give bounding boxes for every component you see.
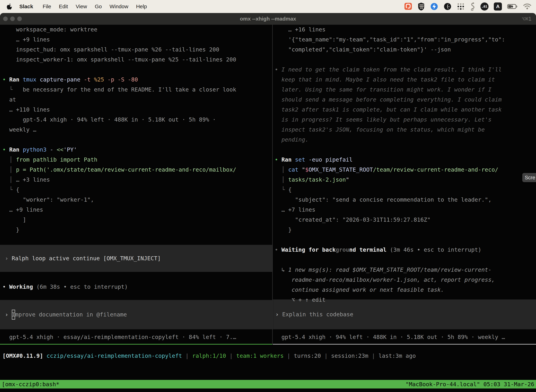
text-segment: { [16, 186, 19, 193]
text-segment: turns:20 [294, 352, 321, 359]
active-app-name[interactable]: Slack [19, 4, 33, 9]
terminal-line: • Waiting for background terminal (3m 46… [275, 245, 536, 255]
text-segment: "completed","claim_token":"claim-token"}… [275, 46, 451, 53]
terminal-line: │ from pathlib import Path [2, 155, 272, 165]
text-segment: -p [104, 76, 114, 83]
text-segment: • [2, 146, 9, 153]
terminal-line: … +9 lines [2, 205, 272, 215]
text-segment: I need to get the claim token from the c… [282, 66, 502, 73]
prompt-input-row[interactable]: › Improve documentation in @filename [0, 300, 272, 329]
text-segment: Working [9, 284, 36, 290]
terminal-line: keep that in mind. Maybe I also need the… [275, 75, 536, 85]
apple-menu-icon[interactable] [7, 3, 12, 10]
text-segment: inspect_worker-1: omx sparkshell --tmux-… [2, 56, 236, 63]
terminal-line: • Ran tmux capture-pane -t %25 -p -S -80 [2, 75, 272, 85]
text-segment: session:23m [331, 352, 368, 359]
text-segment: └ [2, 186, 16, 193]
text-segment: │ [2, 166, 16, 173]
terminal-window: omx --xhigh --madmax ⌥⌘1 workspace_mode:… [0, 13, 536, 392]
blank-line [2, 135, 272, 145]
text-segment: • [275, 246, 282, 253]
menu-window[interactable]: Window [110, 4, 128, 9]
text-segment: (3m 46s • esc to interrupt) [390, 246, 481, 253]
text-segment: -80 [124, 76, 138, 83]
blue-bolt-badge-icon[interactable] [430, 2, 438, 10]
text-segment: Ran [9, 146, 23, 153]
text-segment: -euo pipefail [305, 156, 353, 163]
text-segment: python3 [23, 146, 47, 153]
pane-divider[interactable] [272, 25, 273, 345]
text-segment: (6m 38s • esc to interrupt) [36, 284, 128, 290]
text-segment: › [5, 253, 12, 263]
terminal-line: inspect_worker-1: omx sparkshell --tmux-… [2, 55, 272, 65]
right-terminal-pane[interactable]: … +16 lines '{"team_name":"my-team","tas… [273, 25, 536, 345]
s-curve-icon[interactable] [470, 2, 475, 11]
menu-go[interactable]: Go [95, 4, 102, 9]
text-segment: mprove documentation in @filename [15, 310, 127, 320]
a-key-icon[interactable]: A [494, 2, 502, 10]
terminal-line: "worker": "worker-1", [2, 195, 272, 205]
active-pane-border [0, 344, 272, 345]
terminal-line: later. Using the same for transition mig… [275, 85, 536, 95]
terminal-line: inspect_hud: omx sparkshell --tmux-pane … [2, 45, 272, 55]
blank-line [275, 255, 536, 265]
text-segment: nd terminal [349, 246, 390, 253]
text-segment: └ [2, 86, 23, 93]
menu-file[interactable]: File [43, 4, 51, 9]
menu-edit[interactable]: Edit [59, 4, 68, 9]
text-segment: gpt-5.4 xhigh · 94% left · 488K in · 5.1… [2, 116, 216, 123]
terminal-line: workspace_mode: worktree [2, 25, 272, 35]
text-segment: tmux [23, 76, 36, 83]
terminal-line: └ be necessary for the end of the README… [2, 85, 272, 95]
terminal-line: at [2, 95, 272, 105]
blank-line [275, 235, 536, 245]
text-segment: | [321, 352, 331, 359]
text-segment: $ [305, 166, 308, 173]
wifi-icon[interactable] [523, 3, 531, 10]
text-segment: … +9 lines [2, 206, 43, 213]
left-terminal-pane[interactable]: workspace_mode: worktree … +9 lines insp… [0, 25, 272, 345]
window-title-bar[interactable]: omx --xhigh --madmax ⌥⌘1 [0, 13, 536, 25]
text-segment: … +110 lines [2, 106, 50, 113]
tmux-status-bar: [omx-cczip0:bash* "MacBook-Pro-44.local"… [0, 380, 536, 388]
text-segment: capture-pane [36, 76, 80, 83]
menu-view[interactable]: View [76, 4, 87, 9]
terminal-line: │ tasks/task-2.json" [275, 175, 536, 185]
prompt-input-row[interactable]: › Ralph loop active continue [OMX_TMUX_I… [0, 245, 272, 272]
terminal-line: "subject": "send a concise recommendatio… [275, 195, 536, 205]
terminal-line: ↳ 1 new msg(s): read $OMX_TEAM_STATE_ROO… [275, 265, 536, 275]
text-segment: cczip/essay/ai-reimplementation-copyleft [46, 352, 182, 359]
text-segment: - [46, 146, 57, 153]
text-segment: inspect task2's JSON, focusing on the st… [275, 126, 485, 133]
terminal-line: '{"team_name":"my-team","task_id":"1","f… [275, 35, 536, 45]
text-segment: ] [2, 216, 26, 223]
terminal-line: … +16 lines [275, 25, 536, 35]
menu-bar: Slack FileEditViewGoWindowHelp ..61 A [0, 0, 536, 13]
menu-help[interactable]: Help [136, 4, 147, 9]
text-segment: └ [275, 186, 288, 193]
text-segment: set [295, 156, 305, 163]
terminal-line: "created_at": "2026-03-31T11:59:27.816Z" [275, 215, 536, 225]
screenshot-app-icon[interactable] [404, 2, 412, 10]
text-segment: gpt-5.4 xhigh · 94% left · 488K in · 5.1… [275, 334, 505, 340]
text-segment: │ [2, 176, 16, 183]
terminal-line: "completed","claim_token":"claim-token"}… [275, 45, 536, 55]
text-segment: /team/review-current-readme-and-reco/ [373, 166, 498, 173]
text-segment: … +7 lines [275, 206, 315, 213]
terminal-line: • I need to get the claim token from the… [275, 65, 536, 75]
text-segment: │ [275, 166, 288, 173]
countdown-badge[interactable]: ..61 [480, 2, 488, 10]
text-segment: ralph:1/10 [192, 352, 226, 359]
dots-grid-icon[interactable] [457, 3, 464, 10]
terminal-line: … +7 lines [275, 205, 536, 215]
text-segment: workspace_mode: worktree [2, 26, 97, 33]
text-segment: OMX_TEAM_STATE_ROOT [309, 166, 373, 173]
battery-icon[interactable] [507, 4, 518, 9]
text-segment: grou [336, 246, 349, 253]
blank-line [275, 55, 536, 65]
dark-crescent-icon[interactable] [444, 2, 452, 10]
terminal-line: … +110 lines [2, 105, 272, 115]
text-segment: be necessary for the end of the README. … [23, 86, 236, 93]
terminal-line: ] [2, 215, 272, 225]
shield-grid-icon[interactable] [417, 2, 425, 11]
